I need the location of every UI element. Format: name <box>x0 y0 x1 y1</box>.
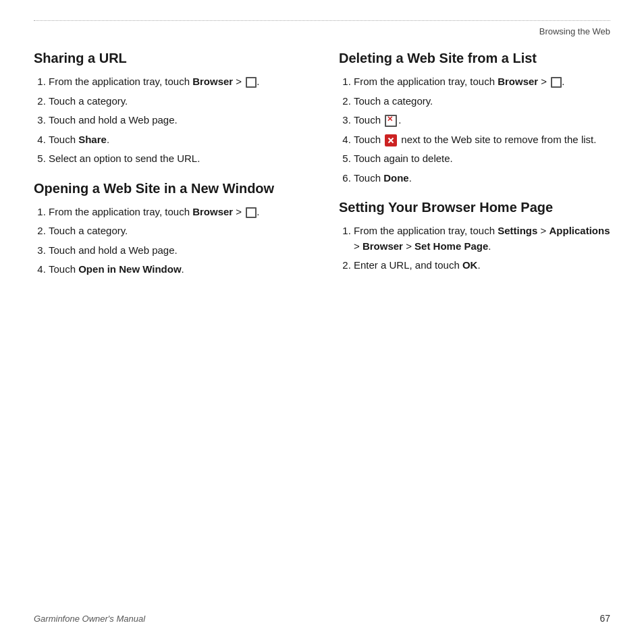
footer-manual-name: Garminfone Owner's Manual <box>34 614 145 624</box>
browser-label: Browser <box>363 240 403 252</box>
list-item: Touch again to delete. <box>354 151 610 167</box>
section-deleting-website: Deleting a Web Site from a List From the… <box>339 50 610 186</box>
page-container: Browsing the Web Sharing a URL From the … <box>0 0 644 644</box>
list-item: From the application tray, touch Setting… <box>354 223 610 254</box>
applications-label: Applications <box>549 225 610 236</box>
list-item: From the application tray, touch Browser… <box>354 74 610 90</box>
content-columns: Sharing a URL From the application tray,… <box>34 50 610 291</box>
footer-page-number: 67 <box>599 613 610 624</box>
list-item: Touch . <box>354 113 610 128</box>
ok-label: OK <box>462 259 478 271</box>
browser-home-page-list: From the application tray, touch Setting… <box>339 223 610 273</box>
browser-icon <box>246 77 257 88</box>
delete-icon <box>385 134 397 146</box>
top-border <box>34 20 610 21</box>
browser-icon <box>551 77 562 88</box>
section-open-new-window: Opening a Web Site in a New Window From … <box>34 180 305 277</box>
page-footer: Garminfone Owner's Manual 67 <box>34 613 610 624</box>
checkbox-delete-icon <box>385 115 397 127</box>
deleting-website-list: From the application tray, touch Browser… <box>339 74 610 186</box>
section-browser-home-page: Setting Your Browser Home Page From the … <box>339 199 610 273</box>
list-item: Select an option to send the URL. <box>49 151 305 167</box>
deleting-website-title: Deleting a Web Site from a List <box>339 50 610 66</box>
header-title: Browsing the Web <box>539 26 610 36</box>
list-item: Touch a category. <box>49 223 305 239</box>
list-item: Touch Open in New Window. <box>49 262 305 277</box>
set-home-page-label: Set Home Page <box>414 240 488 252</box>
browser-icon <box>246 207 257 218</box>
browser-label: Browser <box>498 76 538 87</box>
section-sharing-url: Sharing a URL From the application tray,… <box>34 50 305 167</box>
open-in-new-window-label: Open in New Window <box>78 263 181 275</box>
list-item: Touch and hold a Web page. <box>49 113 305 128</box>
browser-home-page-title: Setting Your Browser Home Page <box>339 199 610 215</box>
share-label: Share <box>78 134 107 145</box>
open-new-window-title: Opening a Web Site in a New Window <box>34 180 305 196</box>
browser-label: Browser <box>192 76 233 87</box>
open-new-window-list: From the application tray, touch Browser… <box>34 205 305 277</box>
list-item: Touch Done. <box>354 171 610 186</box>
list-item: Touch a category. <box>354 94 610 109</box>
sharing-url-title: Sharing a URL <box>34 50 305 66</box>
list-item: Touch Share. <box>49 132 305 148</box>
left-column: Sharing a URL From the application tray,… <box>34 50 305 291</box>
list-item: Touch next to the Web site to remove fro… <box>354 132 610 148</box>
right-column: Deleting a Web Site from a List From the… <box>339 50 610 291</box>
sharing-url-list: From the application tray, touch Browser… <box>34 74 305 167</box>
list-item: Touch a category. <box>49 94 305 109</box>
list-item: Touch and hold a Web page. <box>49 243 305 259</box>
browser-label: Browser <box>192 206 233 217</box>
page-header: Browsing the Web <box>34 26 610 36</box>
done-label: Done <box>383 172 409 184</box>
list-item: Enter a URL, and touch OK. <box>354 258 610 273</box>
settings-label: Settings <box>498 225 537 236</box>
list-item: From the application tray, touch Browser… <box>49 205 305 220</box>
list-item: From the application tray, touch Browser… <box>49 74 305 90</box>
